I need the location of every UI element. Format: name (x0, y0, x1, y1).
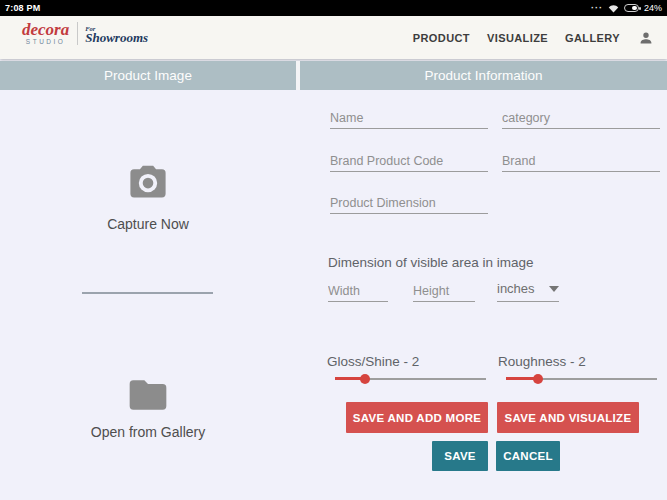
folder-icon (126, 378, 170, 416)
roughness-slider-fill (506, 377, 538, 380)
battery-percent: 24% (644, 3, 662, 13)
product-image-header: Product Image (0, 61, 296, 90)
product-information-header: Product Information (300, 61, 667, 90)
top-nav: PRODUCT VISUALIZE GALLERY (413, 16, 655, 59)
camera-icon (126, 160, 170, 208)
gloss-slider-track (335, 378, 486, 380)
roughness-slider-label: Roughness - 2 (498, 354, 586, 369)
capture-now-button[interactable]: Capture Now (0, 160, 296, 232)
width-field[interactable] (328, 280, 388, 302)
app-screen: 7:08 PM ··· 24% decora STUDIO For Showro… (0, 0, 667, 500)
save-and-add-more-button[interactable]: SAVE AND ADD MORE (346, 402, 488, 433)
gloss-slider-thumb[interactable] (360, 374, 370, 384)
battery-icon (624, 4, 639, 12)
save-and-visualize-button[interactable]: SAVE AND VISUALIZE (497, 402, 639, 433)
app-logo: decora STUDIO For Showrooms (22, 22, 148, 45)
product-image-panel: Capture Now Open from Gallery (0, 90, 296, 500)
nav-visualize[interactable]: VISUALIZE (487, 32, 548, 44)
section-headers: Product Image Product Information (0, 61, 667, 90)
chevron-down-icon (549, 286, 559, 292)
cancel-button[interactable]: CANCEL (496, 441, 560, 471)
gloss-slider-fill (335, 377, 365, 380)
unit-selected-value: inches (497, 281, 535, 296)
height-field[interactable] (413, 280, 475, 302)
open-from-gallery-button[interactable]: Open from Gallery (0, 378, 296, 440)
roughness-slider[interactable] (506, 373, 657, 385)
capture-now-label: Capture Now (0, 216, 296, 232)
open-from-gallery-label: Open from Gallery (0, 424, 296, 440)
roughness-slider-track (506, 378, 657, 380)
roughness-slider-thumb[interactable] (533, 374, 543, 384)
unit-dropdown[interactable]: inches (497, 276, 559, 302)
nav-gallery[interactable]: GALLERY (565, 32, 620, 44)
product-information-panel: Dimension of visible area in image inche… (300, 90, 667, 500)
app-bar: decora STUDIO For Showrooms PRODUCT VISU… (0, 16, 667, 59)
gloss-slider-label: Gloss/Shine - 2 (327, 354, 419, 369)
brand-field[interactable] (502, 150, 660, 172)
visible-area-label: Dimension of visible area in image (328, 255, 534, 270)
logo-brand-name: decora (22, 22, 69, 37)
brand-product-code-field[interactable] (330, 150, 488, 172)
name-field[interactable] (330, 107, 488, 129)
category-field[interactable] (502, 107, 660, 129)
status-bar: 7:08 PM ··· 24% (0, 0, 667, 16)
logo-showrooms-text: Showrooms (85, 32, 148, 43)
nav-product[interactable]: PRODUCT (413, 32, 470, 44)
wifi-icon (608, 4, 619, 13)
gloss-slider[interactable] (335, 373, 486, 385)
logo-for-showrooms: For Showrooms (78, 25, 148, 43)
notification-overflow-dots: ··· (591, 4, 603, 13)
save-button[interactable]: SAVE (432, 441, 488, 471)
status-icons: ··· 24% (591, 3, 662, 13)
status-time: 7:08 PM (5, 3, 40, 13)
panel-divider (82, 292, 213, 294)
user-account-icon[interactable] (637, 29, 655, 47)
product-dimension-field[interactable] (330, 192, 488, 214)
logo-studio-text: STUDIO (22, 38, 69, 45)
logo-decora-studio: decora STUDIO (22, 22, 78, 45)
